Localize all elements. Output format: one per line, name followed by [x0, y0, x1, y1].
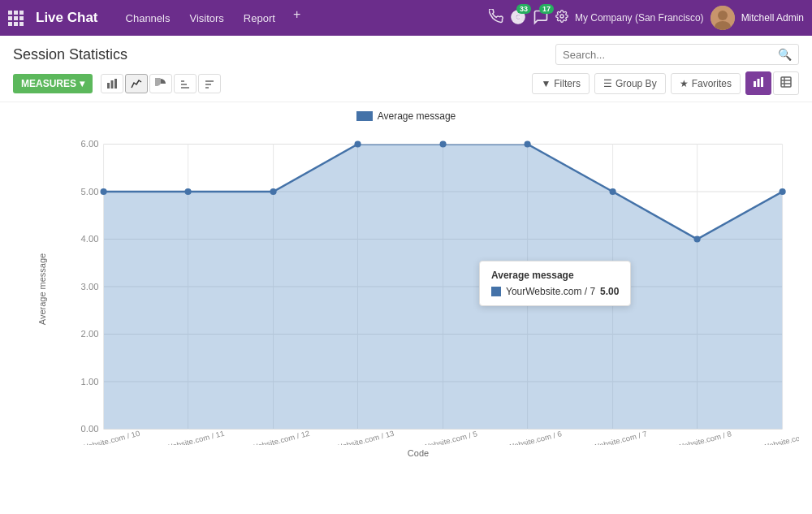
filter-icon: ▼	[541, 78, 551, 89]
svg-text:2.00: 2.00	[81, 330, 99, 339]
favorites-label: Favorites	[692, 78, 732, 89]
settings-icon[interactable]	[555, 10, 568, 26]
svg-point-50	[440, 141, 447, 148]
search-bar[interactable]: 🔍	[555, 44, 799, 65]
svg-point-51	[525, 141, 531, 148]
svg-marker-45	[104, 145, 783, 430]
user-name[interactable]: Mitchell Admin	[741, 12, 804, 24]
call-count-badge: 33	[516, 4, 531, 14]
svg-text:YourWebsite.com / 5: YourWebsite.com / 5	[406, 430, 478, 445]
legend-label: Average message	[378, 110, 456, 122]
svg-rect-7	[114, 79, 117, 89]
svg-rect-14	[754, 81, 756, 87]
chart-area: Average message Average message 0.00 1.0…	[0, 102, 812, 476]
apps-icon[interactable]	[8, 11, 24, 26]
svg-text:4.00: 4.00	[81, 235, 99, 244]
svg-text:6.00: 6.00	[81, 140, 99, 149]
subheader: Session Statistics 🔍	[0, 36, 812, 65]
msg-count-badge: 17	[539, 4, 554, 14]
top-right-bar: C 33 17 My Company (San Francisco) Mitch…	[489, 6, 804, 30]
svg-text:YourWebsite.com / 9: YourWebsite.com / 9	[745, 430, 799, 445]
chart-type-selector	[101, 74, 221, 93]
main-chart: 0.00 1.00 2.00 3.00 4.00 5.00 6.00	[37, 128, 799, 445]
svg-rect-17	[781, 77, 791, 87]
menu-channels[interactable]: Channels	[118, 7, 179, 29]
search-input[interactable]	[563, 49, 778, 61]
svg-text:YourWebsite.com / 12: YourWebsite.com / 12	[235, 429, 311, 445]
search-icon: 🔍	[778, 48, 792, 61]
measures-button[interactable]: MEASURES ▾	[13, 74, 93, 93]
svg-point-54	[780, 188, 786, 195]
pie-chart-icon[interactable]	[149, 74, 172, 93]
company-name[interactable]: My Company (San Francisco)	[575, 12, 704, 24]
group-by-button[interactable]: ☰ Group By	[594, 73, 666, 94]
msg-badge-wrap[interactable]: 17	[533, 9, 549, 28]
svg-rect-5	[107, 83, 110, 89]
svg-text:YourWebsite.com / 8: YourWebsite.com / 8	[660, 430, 732, 445]
svg-text:YourWebsite.com / 11: YourWebsite.com / 11	[149, 429, 226, 445]
filters-label: Filters	[554, 78, 581, 89]
menu-visitors[interactable]: Visitors	[181, 7, 231, 29]
chart-legend: Average message	[13, 110, 799, 122]
favorites-button[interactable]: ★ Favorites	[671, 73, 741, 94]
svg-text:1.00: 1.00	[81, 377, 99, 387]
star-icon: ★	[680, 78, 689, 89]
phone-icon[interactable]	[489, 9, 503, 27]
svg-text:3.00: 3.00	[81, 282, 99, 292]
app-title: Live Chat	[36, 10, 98, 26]
bar-chart-icon[interactable]	[101, 74, 123, 93]
legend-color-swatch	[356, 111, 373, 121]
page-title: Session Statistics	[13, 46, 127, 63]
x-axis-label: Code	[37, 448, 799, 458]
svg-point-46	[100, 188, 106, 195]
svg-text:0.00: 0.00	[81, 425, 99, 434]
svg-point-53	[694, 236, 701, 243]
list-view-button[interactable]	[773, 71, 799, 95]
svg-point-47	[184, 188, 191, 195]
svg-text:YourWebsite.com / 6: YourWebsite.com / 6	[490, 430, 563, 445]
y-axis-label: Average message	[37, 253, 47, 325]
svg-rect-16	[761, 77, 763, 87]
svg-point-3	[718, 11, 728, 20]
chart-toolbar: MEASURES ▾ ▼ Filters ☰ Group By	[0, 65, 812, 102]
svg-text:5.00: 5.00	[81, 187, 99, 197]
filters-button[interactable]: ▼ Filters	[532, 73, 590, 94]
svg-text:C: C	[516, 13, 520, 21]
add-menu-button[interactable]: +	[287, 7, 307, 29]
group-by-label: Group By	[615, 78, 657, 89]
svg-rect-6	[111, 80, 114, 89]
svg-text:YourWebsite.com / 10: YourWebsite.com / 10	[65, 429, 141, 445]
view-toggle	[745, 71, 799, 95]
call-badge-wrap[interactable]: C 33	[510, 9, 526, 28]
svg-point-52	[610, 188, 616, 195]
svg-point-49	[354, 141, 361, 148]
svg-text:YourWebsite.com / 7: YourWebsite.com / 7	[576, 430, 648, 445]
chart-view-button[interactable]	[745, 71, 771, 95]
svg-point-48	[270, 188, 276, 195]
top-menu: Channels Visitors Report +	[118, 7, 486, 29]
area-chart-icon[interactable]	[125, 74, 148, 93]
group-by-icon: ☰	[603, 78, 612, 89]
menu-report[interactable]: Report	[235, 7, 283, 29]
svg-rect-15	[758, 79, 760, 87]
sort-desc-icon[interactable]	[198, 74, 221, 93]
user-avatar[interactable]	[710, 6, 735, 30]
top-navigation: Live Chat Channels Visitors Report + C 3…	[0, 0, 812, 36]
sort-asc-icon[interactable]	[174, 74, 197, 93]
svg-text:YourWebsite.com / 13: YourWebsite.com / 13	[319, 429, 395, 445]
